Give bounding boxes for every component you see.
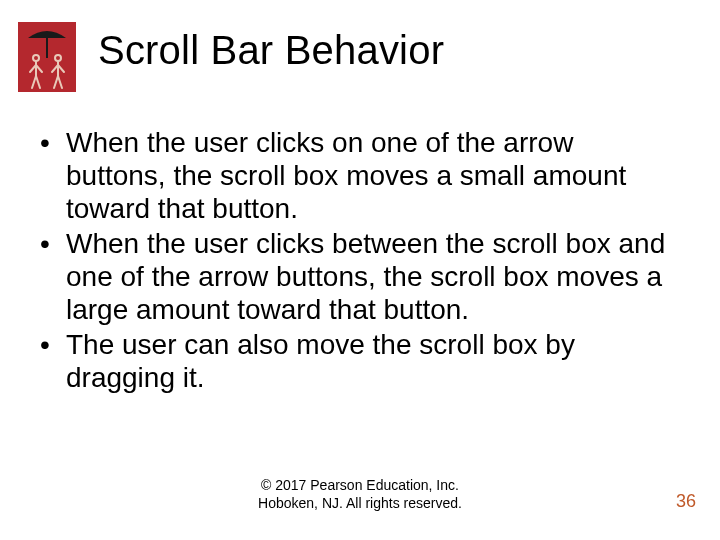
page-number: 36	[676, 491, 696, 512]
slide: Scroll Bar Behavior When the user clicks…	[0, 0, 720, 540]
svg-rect-1	[46, 38, 48, 58]
copyright: © 2017 Pearson Education, Inc. Hoboken, …	[0, 477, 720, 512]
bullet-item: The user can also move the scroll box by…	[36, 328, 680, 394]
copyright-line: Hoboken, NJ. All rights reserved.	[0, 495, 720, 513]
slide-title: Scroll Bar Behavior	[98, 28, 444, 73]
slide-body: When the user clicks on one of the arrow…	[36, 126, 680, 396]
bullet-item: When the user clicks on one of the arrow…	[36, 126, 680, 225]
publisher-logo	[18, 22, 76, 92]
bullet-list: When the user clicks on one of the arrow…	[36, 126, 680, 394]
bullet-item: When the user clicks between the scroll …	[36, 227, 680, 326]
copyright-line: © 2017 Pearson Education, Inc.	[0, 477, 720, 495]
